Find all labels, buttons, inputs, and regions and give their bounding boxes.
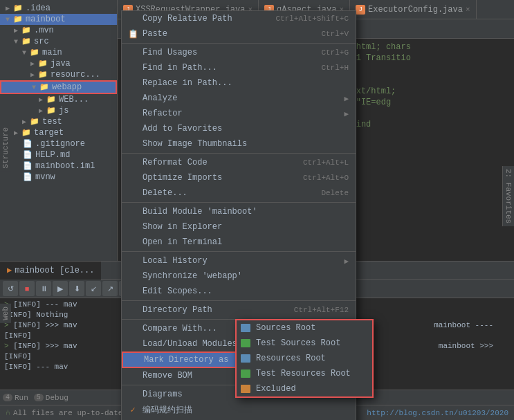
excluded-icon [241, 385, 250, 393]
run-step-btn[interactable]: ⬇ [69, 281, 84, 296]
menu-separator [122, 43, 356, 44]
menu-show-image-thumbnails[interactable]: Show Image Thumbnails [122, 136, 356, 152]
git-icon: ⑃ [6, 409, 10, 417]
tree-item-web[interactable]: ▶ 📁 WEB... [0, 94, 117, 105]
menu-refactor[interactable]: Refactor ▶ [122, 106, 356, 121]
expand-arrow: ▶ [39, 95, 46, 104]
java-file-icon: J [356, 5, 365, 15]
expand-arrow: ▶ [14, 129, 21, 137]
folder-icon: 📁 [46, 95, 57, 104]
sources-root-icon [241, 324, 250, 332]
tree-item-mainbootiml[interactable]: 📄 mainboot.iml [0, 161, 117, 172]
menu-separator [122, 300, 356, 301]
status-url: http://blog.csdn.tn/u01203/2020 [367, 409, 508, 417]
tree-item-java[interactable]: ▶ 📁 java [0, 58, 117, 69]
resources-root-icon [241, 354, 250, 363]
test-sources-root-icon [241, 339, 250, 347]
run-icon: ▶ [7, 265, 12, 275]
tree-item-gitignore[interactable]: 📄 .gitignore [0, 138, 117, 149]
menu-separator [122, 153, 356, 154]
submenu-arrow-icon: ▶ [344, 94, 349, 103]
debug-bottom-tab[interactable]: 5 Debug [34, 394, 68, 402]
tree-item-resources[interactable]: ▶ 📁 resourc... [0, 69, 117, 80]
submenu-sources-root[interactable]: Sources Root [237, 320, 372, 336]
menu-find-usages[interactable]: Find Usages Ctrl+G [122, 45, 356, 60]
folder-icon: 📁 [37, 70, 48, 80]
run-stepout-btn[interactable]: ↗ [102, 281, 118, 296]
paste-icon: 📋 [127, 29, 138, 39]
tree-item-mainboot[interactable]: ▼ 📁 mainboot [0, 14, 117, 25]
expand-arrow: ▶ [30, 71, 37, 79]
menu-paste[interactable]: 📋 Paste Ctrl+V [122, 26, 356, 42]
run-tab-label: mainboot [cle... [15, 266, 94, 275]
expand-arrow: ▶ [6, 4, 12, 12]
submenu-arrow-icon: ▶ [344, 257, 349, 266]
tree-item-idea[interactable]: ▶ 📁 .idea [0, 3, 117, 14]
expand-arrow: ▶ [14, 26, 21, 35]
file-icon: 📄 [22, 172, 33, 182]
run-resume-btn[interactable]: ▶ [53, 281, 68, 296]
tab-executorconfig[interactable]: J ExecutorConfig.java × [350, 0, 476, 19]
tree-item-mvn[interactable]: ▶ 📁 .mvn [0, 25, 117, 36]
check-icon: ✓ [127, 405, 138, 415]
tree-item-helpmd[interactable]: 📄 HELP.md [0, 149, 117, 161]
expand-arrow: ▼ [22, 49, 29, 57]
menu-separator [122, 202, 356, 203]
menu-code-scan[interactable]: ✓ 编码规约扫描 [122, 402, 356, 418]
menu-delete[interactable]: Delete... Delete [122, 185, 356, 201]
submenu-arrow-icon: ▶ [344, 109, 349, 118]
menu-show-in-explorer[interactable]: Show in Explorer [122, 219, 356, 235]
submenu-test-sources-root[interactable]: Test Sources Root [237, 336, 372, 351]
run-tab-mainboot[interactable]: ▶ mainboot [cle... [0, 262, 101, 280]
menu-build-module[interactable]: Build Module 'mainboot' [122, 204, 356, 219]
submenu-excluded[interactable]: Excluded [237, 381, 372, 396]
expand-arrow: ▼ [32, 84, 39, 91]
menu-open-in-terminal[interactable]: Open in Terminal [122, 235, 356, 250]
run-pause-btn[interactable]: ⏸ [36, 281, 51, 296]
file-icon: 📄 [22, 139, 33, 149]
folder-icon: 📁 [39, 82, 50, 92]
expand-arrow: ▼ [14, 38, 21, 46]
menu-local-history[interactable]: Local History ▶ [122, 253, 356, 268]
menu-find-in-path[interactable]: Find in Path... Ctrl+H [122, 60, 356, 75]
close-tab-btn[interactable]: × [466, 6, 470, 14]
folder-icon: 📁 [29, 117, 40, 127]
ide-container: ▶ 📁 .idea ▼ 📁 mainboot ▶ 📁 .mvn ▼ 📁 src … [0, 0, 514, 420]
submenu-test-resources-root[interactable]: Test Resources Root [237, 366, 372, 381]
folder-icon: 📁 [46, 106, 57, 116]
favorites-panel-label[interactable]: 2: Favorites [502, 166, 514, 226]
tree-item-src[interactable]: ▼ 📁 src [0, 36, 117, 47]
folder-icon: 📁 [12, 3, 24, 13]
menu-add-favorites[interactable]: Add to Favorites [122, 121, 356, 136]
menu-optimize-imports[interactable]: Optimize Imports Ctrl+Alt+O [122, 170, 356, 185]
tree-item-webapp[interactable]: ▼ 📁 webapp [0, 80, 117, 94]
tree-item-js[interactable]: ▶ 📁 js [0, 105, 117, 116]
run-stepin-btn[interactable]: ↙ [86, 281, 101, 296]
structure-panel-label[interactable]: Structure [0, 125, 11, 171]
run-stop-btn[interactable]: ■ [19, 281, 35, 296]
folder-icon: 📁 [21, 26, 32, 35]
test-resources-root-icon [241, 369, 250, 378]
tree-item-target[interactable]: ▶ 📁 target [0, 127, 117, 138]
file-icon: 📄 [22, 150, 33, 160]
submenu-mark-directory: Sources Root Test Sources Root Resources… [235, 319, 374, 398]
menu-reformat-code[interactable]: Reformat Code Ctrl+Alt+L [122, 155, 356, 170]
run-restart-btn[interactable]: ↺ [3, 281, 18, 296]
folder-icon: 📁 [37, 59, 48, 69]
web-panel-label[interactable]: Web [0, 304, 11, 323]
tree-item-test[interactable]: ▶ 📁 test [0, 116, 117, 127]
menu-copy-relative-path[interactable]: Copy Relative Path Ctrl+Alt+Shift+C [122, 11, 356, 26]
tree-item-main[interactable]: ▼ 📁 main [0, 47, 117, 58]
expand-arrow: ▶ [22, 118, 29, 126]
menu-edit-scopes[interactable]: Edit Scopes... [122, 284, 356, 299]
menu-replace-in-path[interactable]: Replace in Path... [122, 75, 356, 91]
tree-item-mvnw[interactable]: 📄 mvnw [0, 172, 117, 183]
expand-arrow: ▶ [30, 60, 37, 68]
submenu-resources-root[interactable]: Resources Root [237, 351, 372, 366]
menu-synchronize-webapp[interactable]: Synchronize 'webapp' [122, 268, 356, 284]
run-bottom-tab[interactable]: 4 Run [3, 394, 28, 402]
menu-directory-path[interactable]: Directory Path Ctrl+Alt+F12 [122, 302, 356, 318]
folder-icon: 📁 [12, 15, 24, 24]
menu-analyze[interactable]: Analyze ▶ [122, 91, 356, 106]
expand-arrow: ▶ [39, 107, 46, 115]
